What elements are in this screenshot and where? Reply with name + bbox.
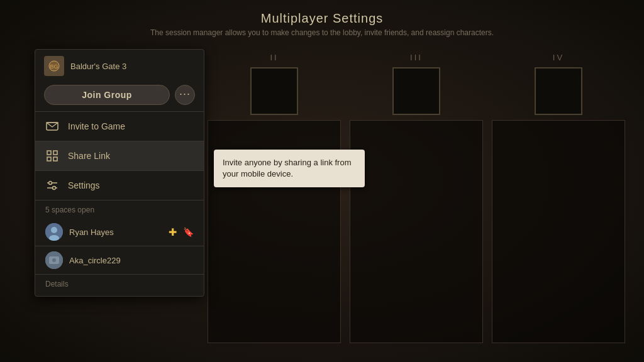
slot-col-2: II bbox=[208, 49, 341, 343]
char-panel-3 bbox=[350, 120, 483, 343]
player-row-aka[interactable]: Aka_circle229 bbox=[35, 246, 204, 274]
menu-item-settings[interactable]: Settings bbox=[35, 171, 204, 200]
player-row-ryan[interactable]: Ryan Hayes ✚ 🔖 bbox=[35, 218, 204, 246]
avatar-ryan bbox=[45, 223, 63, 241]
slot-col-3: III bbox=[350, 49, 483, 343]
svg-point-11 bbox=[53, 187, 56, 190]
svg-rect-7 bbox=[53, 157, 57, 161]
tooltip: Invite anyone by sharing a link from you… bbox=[214, 150, 365, 187]
tooltip-text: Invite anyone by sharing a link from you… bbox=[223, 158, 352, 178]
spaces-label: 5 spaces open bbox=[35, 200, 204, 218]
svg-text:BG: BG bbox=[50, 63, 58, 70]
char-box-3 bbox=[392, 67, 440, 115]
slot-label-3: III bbox=[410, 53, 423, 62]
svg-rect-5 bbox=[53, 151, 57, 155]
title-area: Multiplayer Settings The session manager… bbox=[0, 11, 644, 37]
more-options-button[interactable]: ··· bbox=[175, 85, 195, 105]
slot-col-4: IV bbox=[492, 49, 625, 343]
share-label: Share Link bbox=[68, 151, 110, 161]
char-box-2 bbox=[250, 67, 298, 115]
player-name-aka: Aka_circle229 bbox=[69, 256, 194, 265]
settings-label: Settings bbox=[68, 180, 100, 190]
slot-label-4: IV bbox=[553, 53, 564, 62]
game-icon: BG bbox=[44, 56, 64, 76]
game-title: Baldur's Gate 3 bbox=[70, 62, 126, 71]
settings-icon bbox=[45, 178, 59, 192]
player-name-ryan: Ryan Hayes bbox=[69, 228, 162, 237]
page-title: Multiplayer Settings bbox=[0, 11, 644, 26]
svg-point-17 bbox=[52, 258, 56, 262]
svg-point-10 bbox=[49, 182, 52, 185]
svg-marker-3 bbox=[47, 123, 58, 127]
join-group-button[interactable]: Join Group bbox=[44, 85, 170, 105]
slot-label-2: II bbox=[270, 53, 278, 62]
bookmark-icon: 🔖 bbox=[183, 227, 194, 237]
ellipsis-icon: ··· bbox=[179, 87, 191, 101]
avatar-aka bbox=[45, 251, 63, 269]
svg-rect-4 bbox=[47, 151, 51, 155]
svg-point-13 bbox=[51, 227, 57, 233]
svg-rect-6 bbox=[47, 157, 51, 161]
menu-item-invite[interactable]: Invite to Game bbox=[35, 112, 204, 141]
invite-label: Invite to Game bbox=[68, 121, 125, 131]
page-subtitle: The session manager allows you to make c… bbox=[0, 28, 644, 37]
char-panel-4 bbox=[492, 120, 625, 343]
invite-icon bbox=[45, 119, 59, 133]
dropdown-panel: BG Baldur's Gate 3 Join Group ··· Invite… bbox=[35, 49, 204, 297]
join-row: Join Group ··· bbox=[35, 81, 204, 111]
menu-item-share[interactable]: Share Link bbox=[35, 141, 204, 170]
char-box-4 bbox=[535, 67, 582, 115]
details-label[interactable]: Details bbox=[35, 275, 204, 296]
slot-panel: II III IV bbox=[208, 49, 625, 343]
share-icon bbox=[45, 149, 59, 163]
dropdown-header: BG Baldur's Gate 3 bbox=[35, 50, 204, 81]
ps-plus-icon: ✚ bbox=[169, 226, 177, 238]
